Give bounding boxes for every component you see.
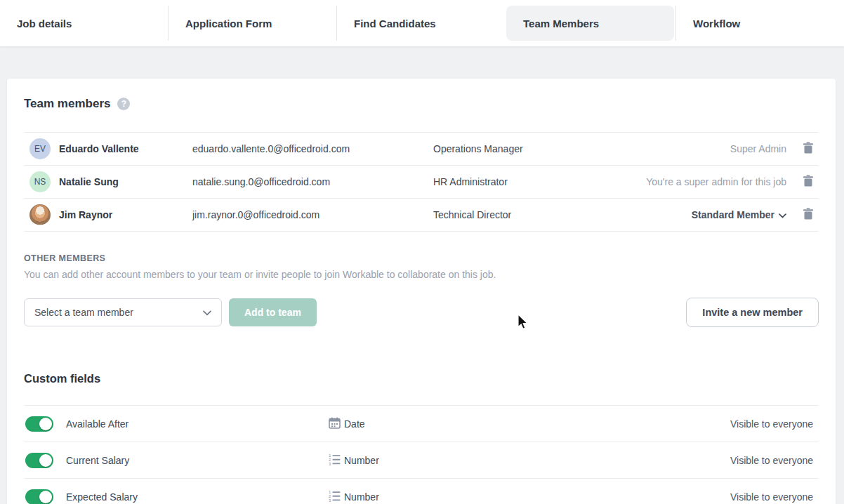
team-member-select-value: Select a team member <box>34 307 133 318</box>
delete-member-button[interactable] <box>799 206 817 224</box>
field-type: 123 Number <box>329 490 730 504</box>
delete-member-button[interactable] <box>799 140 817 158</box>
trash-icon <box>803 175 814 190</box>
member-name: Natalie Sung <box>59 176 192 187</box>
field-type-label: Number <box>344 455 379 466</box>
team-member-select[interactable]: Select a team member <box>24 298 222 326</box>
field-type-label: Date <box>344 418 365 430</box>
trash-icon <box>803 142 814 157</box>
delete-member-button[interactable] <box>799 173 817 191</box>
chevron-down-icon <box>203 307 211 318</box>
custom-fields-section: Custom fields Available After Date Visib… <box>24 372 819 504</box>
member-role: HR Administrator <box>433 176 646 187</box>
field-label: Expected Salary <box>66 491 329 503</box>
tab-label: Find Candidates <box>354 18 436 29</box>
field-visibility: Visible to everyone <box>730 455 813 466</box>
member-role-dropdown-label: Standard Member <box>692 209 774 220</box>
member-role: Operations Manager <box>433 143 730 154</box>
add-to-team-button[interactable]: Add to team <box>229 298 317 326</box>
team-members-panel: Team members ? EV Eduardo Vallente eduar… <box>7 79 836 504</box>
tab-label: Workflow <box>693 18 740 29</box>
help-icon[interactable]: ? <box>117 98 130 110</box>
field-visibility: Visible to everyone <box>730 418 813 430</box>
field-enabled-toggle[interactable] <box>25 453 53 468</box>
numbered-list-icon: 123 <box>329 453 341 467</box>
member-email: jim.raynor.0@officedroid.com <box>192 209 433 220</box>
member-email: natalie.sung.0@officedroid.com <box>192 176 433 187</box>
other-members-heading: OTHER MEMBERS <box>24 253 819 263</box>
invite-new-member-button[interactable]: Invite a new member <box>686 298 819 327</box>
tab-team-members[interactable]: Team Members <box>506 6 674 41</box>
member-role-dropdown[interactable]: Standard Member <box>692 209 786 220</box>
calendar-icon <box>329 417 341 431</box>
table-row: Available After Date Visible to everyone <box>24 406 819 442</box>
table-row: EV Eduardo Vallente eduardo.vallente.0@o… <box>24 133 819 166</box>
tab-workflow[interactable]: Workflow <box>675 6 844 41</box>
table-row: NS Natalie Sung natalie.sung.0@officedro… <box>24 166 819 199</box>
page-title: Team members <box>24 97 110 111</box>
field-enabled-toggle[interactable] <box>25 489 53 504</box>
member-status: You're a super admin for this job <box>646 176 786 187</box>
svg-text:3: 3 <box>329 498 331 502</box>
toggle-knob <box>39 491 52 503</box>
avatar: EV <box>29 138 51 159</box>
member-status: Super Admin <box>730 143 786 154</box>
custom-fields-table: Available After Date Visible to everyone… <box>24 405 819 504</box>
trash-icon <box>803 208 814 223</box>
tab-application-form[interactable]: Application Form <box>168 6 336 41</box>
table-row: Expected Salary 123 Number Visible to ev… <box>24 479 819 504</box>
table-row: Jim Raynor jim.raynor.0@officedroid.com … <box>24 199 819 232</box>
field-visibility: Visible to everyone <box>730 491 813 503</box>
field-label: Current Salary <box>66 455 329 466</box>
numbered-list-icon: 123 <box>329 490 341 504</box>
team-members-table: EV Eduardo Vallente eduardo.vallente.0@o… <box>24 132 819 232</box>
member-name: Jim Raynor <box>59 209 192 220</box>
member-email: eduardo.vallente.0@officedroid.com <box>192 143 433 154</box>
other-members-description: You can add other account members to you… <box>24 269 819 280</box>
chevron-down-icon <box>779 209 786 220</box>
tab-label: Job details <box>17 18 72 29</box>
tab-label: Team Members <box>523 18 599 29</box>
tab-find-candidates[interactable]: Find Candidates <box>336 6 505 41</box>
svg-text:3: 3 <box>329 462 331 465</box>
tab-job-details[interactable]: Job details <box>0 6 168 41</box>
field-type: 123 Number <box>329 453 730 467</box>
field-label: Available After <box>66 418 329 430</box>
other-members-section: OTHER MEMBERS You can add other account … <box>24 253 819 327</box>
tab-label: Application Form <box>185 18 272 29</box>
field-enabled-toggle[interactable] <box>25 416 53 432</box>
member-name: Eduardo Vallente <box>59 143 192 154</box>
toggle-knob <box>39 418 52 430</box>
avatar: NS <box>29 171 51 192</box>
field-type-label: Number <box>344 491 379 503</box>
toggle-knob <box>39 454 52 467</box>
table-row: Current Salary 123 Number Visible to eve… <box>24 442 819 479</box>
field-type: Date <box>329 417 730 431</box>
job-tab-bar: Job details Application Form Find Candid… <box>0 0 844 46</box>
member-role: Technical Director <box>433 209 692 220</box>
custom-fields-title: Custom fields <box>24 372 819 385</box>
avatar <box>29 204 51 225</box>
